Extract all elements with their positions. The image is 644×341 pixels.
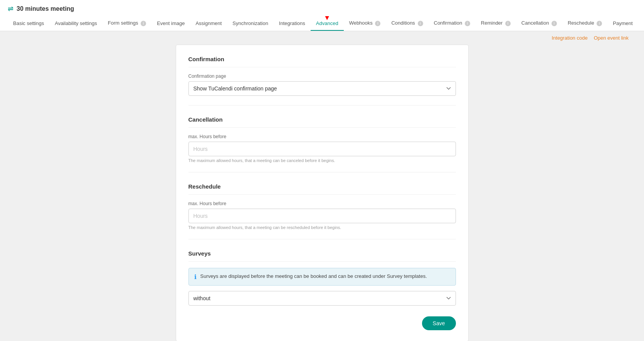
tab-event-image[interactable]: Event image [151, 17, 190, 31]
tab-reschedule[interactable]: Reschedule i [562, 16, 607, 31]
tab-cancellation[interactable]: Cancellation i [516, 16, 562, 31]
reschedule-hours-hint: The maximum allowed hours, that a meetin… [188, 225, 456, 230]
tab-availability-settings[interactable]: Availability settings [49, 17, 103, 31]
surveys-select[interactable]: without [188, 291, 456, 306]
cancellation-section: Cancellation max. Hours before The maxim… [188, 116, 456, 163]
tab-conditions[interactable]: Conditions i [386, 16, 428, 31]
tab-payment[interactable]: Payment [607, 17, 636, 31]
reschedule-section: Reschedule max. Hours before The maximum… [188, 183, 456, 230]
confirmation-info-icon: i [465, 21, 470, 26]
reschedule-info-icon: i [597, 21, 602, 26]
tab-synchronization[interactable]: Synchronization [227, 17, 274, 31]
tab-assignment[interactable]: Assignment [190, 17, 227, 31]
divider-3 [188, 239, 456, 239]
red-arrow-indicator: ▼ [323, 16, 331, 21]
integration-code-link[interactable]: Integration code [552, 35, 587, 41]
conditions-info-icon: i [418, 21, 423, 26]
tab-integrations[interactable]: Integrations [274, 17, 311, 31]
cancellation-hours-hint: The maximum allowed hours, that a meetin… [188, 158, 456, 163]
reschedule-hours-label: max. Hours before [188, 201, 456, 206]
surveys-info-text: Surveys are displayed before the meeting… [200, 273, 427, 280]
meeting-icon: ⇌ [8, 5, 13, 13]
main-card: Confirmation Confirmation page Show TuCa… [176, 45, 469, 341]
cancellation-hours-group: max. Hours before The maximum allowed ho… [188, 134, 456, 163]
cancellation-info-icon: i [552, 21, 557, 26]
tab-advanced[interactable]: ▼ Advanced [311, 17, 344, 31]
tab-form-settings[interactable]: Form settings i [103, 16, 151, 31]
confirmation-page-label: Confirmation page [188, 74, 456, 79]
reschedule-hours-input[interactable] [188, 209, 456, 223]
header-top: ⇌ 30 minutes meeting [8, 0, 636, 16]
reschedule-section-title: Reschedule [188, 183, 456, 195]
confirmation-section: Confirmation Confirmation page Show TuCa… [188, 56, 456, 96]
confirmation-page-group: Confirmation page Show TuCalendi confirm… [188, 74, 456, 96]
reschedule-hours-group: max. Hours before The maximum allowed ho… [188, 201, 456, 230]
tab-confirmation[interactable]: Confirmation i [429, 16, 476, 31]
links-bar: Integration code Open event link [0, 31, 644, 45]
reminder-info-icon: i [505, 21, 511, 26]
divider-2 [188, 172, 456, 172]
surveys-info-box: ℹ Surveys are displayed before the meeti… [188, 268, 456, 286]
divider-1 [188, 105, 456, 105]
save-row: Save [188, 316, 456, 330]
cancellation-hours-input[interactable] [188, 142, 456, 156]
surveys-info-icon: ℹ [194, 273, 197, 281]
nav-tabs: Basic settings Availability settings For… [8, 16, 636, 31]
surveys-section: Surveys ℹ Surveys are displayed before t… [188, 250, 456, 306]
cancellation-hours-label: max. Hours before [188, 134, 456, 139]
tab-basic-settings[interactable]: Basic settings [8, 17, 49, 31]
cancellation-section-title: Cancellation [188, 116, 456, 128]
confirmation-page-select[interactable]: Show TuCalendi confirmation page Redirec… [188, 81, 456, 96]
tab-webhooks[interactable]: Webhooks i [344, 16, 386, 31]
open-event-link[interactable]: Open event link [594, 35, 629, 41]
confirmation-section-title: Confirmation [188, 56, 456, 67]
webhooks-info-icon: i [375, 21, 380, 26]
form-settings-info-icon: i [141, 21, 146, 26]
content-wrapper: Confirmation Confirmation page Show TuCa… [168, 45, 476, 341]
tab-reminder[interactable]: Reminder i [476, 16, 516, 31]
surveys-section-title: Surveys [188, 250, 456, 262]
header: ⇌ 30 minutes meeting Basic settings Avai… [0, 0, 644, 31]
meeting-title: 30 minutes meeting [17, 5, 74, 12]
save-button[interactable]: Save [422, 316, 456, 330]
